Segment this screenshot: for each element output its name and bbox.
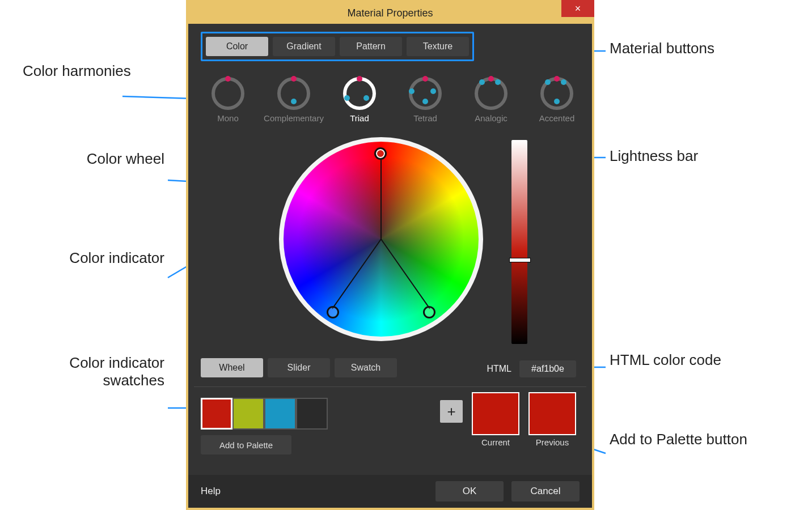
- harmony-label: Tetrad: [413, 113, 437, 123]
- window-title: Material Properties: [347, 7, 433, 19]
- annotation-color-indicator: Color indicator: [57, 249, 164, 267]
- annotation-color-harmonies: Color harmonies: [23, 62, 131, 80]
- harmony-analogic[interactable]: Analogic: [464, 77, 518, 123]
- title-bar[interactable]: Material Properties ×: [188, 2, 592, 24]
- cancel-button[interactable]: Cancel: [511, 481, 580, 502]
- picker-tab-wheel[interactable]: Wheel: [201, 358, 263, 377]
- material-properties-dialog: Material Properties × Color Gradient Pat…: [186, 0, 594, 510]
- dialog-footer: Help OK Cancel: [188, 475, 592, 508]
- harmony-tetrad-icon: [409, 77, 442, 110]
- picker-tabs: Wheel Slider Swatch: [201, 358, 397, 377]
- harmony-triad-icon: [343, 77, 376, 110]
- annotation-html-code: HTML color code: [610, 351, 721, 369]
- harmony-mono[interactable]: Mono: [201, 77, 255, 123]
- annotation-add-palette: Add to Palette button: [610, 431, 747, 448]
- lightness-bar[interactable]: [511, 140, 527, 344]
- current-color-block[interactable]: Current: [472, 392, 519, 447]
- color-indicator-primary[interactable]: [374, 147, 387, 160]
- swatch-0[interactable]: [201, 398, 232, 430]
- previous-label: Previous: [536, 437, 569, 447]
- tab-gradient[interactable]: Gradient: [273, 37, 335, 56]
- harmony-label: Complementary: [264, 113, 324, 123]
- tab-texture[interactable]: Texture: [407, 37, 469, 56]
- html-color-input[interactable]: #af1b0e: [519, 360, 576, 377]
- close-icon: ×: [575, 3, 581, 15]
- harmony-label: Triad: [350, 113, 369, 123]
- add-color-button[interactable]: +: [440, 400, 463, 423]
- material-tabs: Color Gradient Pattern Texture: [201, 32, 474, 61]
- plus-icon: +: [447, 403, 455, 420]
- html-label: HTML: [487, 364, 511, 374]
- current-label: Current: [481, 437, 510, 447]
- annotation-lightness-bar: Lightness bar: [610, 147, 698, 165]
- previous-color-block[interactable]: Previous: [528, 392, 576, 447]
- harmony-accented[interactable]: Accented: [530, 77, 584, 123]
- indicator-swatches: [201, 398, 328, 430]
- harmony-tetrad[interactable]: Tetrad: [398, 77, 452, 123]
- close-button[interactable]: ×: [561, 0, 594, 17]
- divider: [194, 386, 586, 387]
- color-indicator-tertiary[interactable]: [423, 306, 435, 318]
- tab-pattern[interactable]: Pattern: [340, 37, 402, 56]
- harmony-complementary-icon: [277, 77, 310, 110]
- harmony-label: Mono: [217, 113, 239, 123]
- harmony-label: Analogic: [475, 113, 508, 123]
- harmony-analogic-icon: [475, 77, 508, 110]
- tab-color[interactable]: Color: [206, 37, 268, 56]
- harmony-mono-icon: [212, 77, 244, 110]
- help-link[interactable]: Help: [201, 486, 221, 497]
- swatch-2[interactable]: [264, 398, 296, 430]
- annotation-material-buttons: Material buttons: [610, 40, 714, 57]
- picker-tab-swatch[interactable]: Swatch: [335, 358, 397, 377]
- previous-color-swatch: [528, 392, 576, 435]
- current-color-swatch: [472, 392, 519, 435]
- harmony-label: Accented: [539, 113, 575, 123]
- picker-tab-slider[interactable]: Slider: [268, 358, 330, 377]
- harmony-triad[interactable]: Triad: [332, 77, 387, 123]
- annotation-color-wheel: Color wheel: [57, 150, 164, 168]
- harmony-complementary[interactable]: Complementary: [267, 77, 321, 123]
- swatch-3[interactable]: [296, 398, 328, 430]
- ok-button[interactable]: OK: [435, 481, 504, 502]
- annotation-swatches: Color indicator swatches: [51, 354, 164, 389]
- harmony-accented-icon: [540, 77, 573, 110]
- color-wheel[interactable]: [279, 137, 483, 341]
- swatch-1[interactable]: [232, 398, 264, 430]
- lightness-thumb[interactable]: [509, 258, 531, 262]
- add-to-palette-button[interactable]: Add to Palette: [201, 435, 291, 454]
- color-indicator-secondary[interactable]: [327, 306, 339, 318]
- harmony-row: Mono Complementary Triad: [201, 77, 584, 123]
